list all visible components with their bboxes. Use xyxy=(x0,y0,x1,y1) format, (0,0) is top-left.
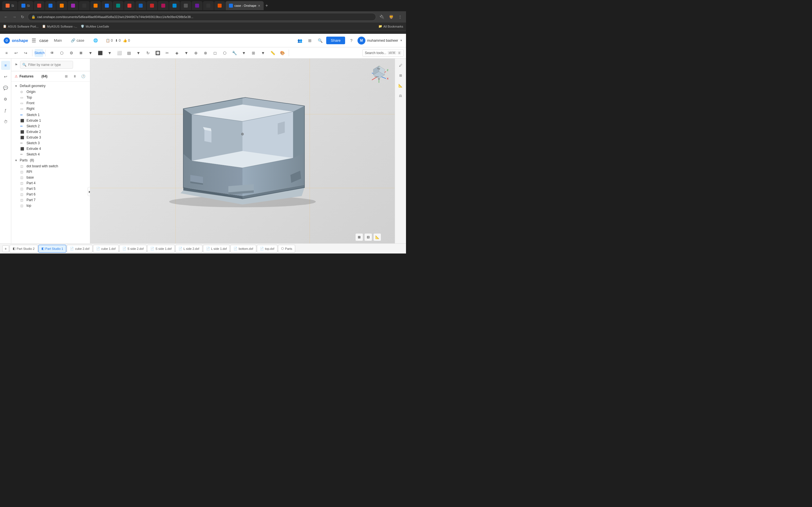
bottom-tab-topdxf[interactable]: 📄 top.dxf xyxy=(257,245,277,252)
tab-8[interactable] xyxy=(90,1,101,10)
toolbar-wireframe-btn[interactable]: ⬡ xyxy=(57,49,66,57)
tab-19[interactable] xyxy=(214,1,225,10)
sketch-button[interactable]: Sketch xyxy=(35,49,43,57)
toolbar-boolean-btn[interactable]: ⊕ xyxy=(192,49,200,57)
help-button[interactable]: ? xyxy=(347,37,355,45)
sketch2-item[interactable]: ✏ Sketch 2 xyxy=(11,123,90,129)
front-plane-item[interactable]: ▭ Front xyxy=(11,100,90,106)
doc-tab-globe[interactable]: 🌐 xyxy=(91,37,100,44)
bottom-tab-lside1dxf[interactable]: 📄 L side 1.dxf xyxy=(203,245,230,252)
toolbar-btn6[interactable]: ◈ xyxy=(172,49,181,57)
tab-3[interactable] xyxy=(34,1,45,10)
toolbar-btn9[interactable]: ⬡ xyxy=(220,49,229,57)
extensions-button[interactable]: 🔌 xyxy=(378,13,386,20)
toolbar-dropdown3[interactable]: ▼ xyxy=(134,49,143,57)
toolbar-undo-btn[interactable]: ↩ xyxy=(12,49,20,57)
top-part-item[interactable]: ◫ top xyxy=(11,203,90,209)
menu-button[interactable]: ⋮ xyxy=(397,13,403,20)
right-btn-2[interactable]: ⊞ xyxy=(396,71,405,80)
toolbar-measure-btn[interactable]: 📏 xyxy=(268,49,277,57)
filter-input[interactable] xyxy=(20,61,73,69)
tab-17[interactable] xyxy=(192,1,202,10)
bookmark-asus[interactable]: 📋 ASUS Software Port... xyxy=(3,24,39,28)
toolbar-list-btn[interactable]: ≡ xyxy=(2,49,11,57)
url-bar[interactable]: 🔒 cad.onshape.com/documents/5d6ea48ae804… xyxy=(28,13,376,21)
toolbar-section-btn[interactable]: ✂ xyxy=(163,49,171,57)
bottom-tab-ps2[interactable]: ◧ Part Studio 2 xyxy=(10,245,38,252)
tab-15[interactable] xyxy=(169,1,180,10)
toolbar-btn5[interactable]: 🔲 xyxy=(153,49,162,57)
toolbar-dropdown6[interactable]: ▼ xyxy=(259,49,267,57)
notifications-button[interactable]: 👥 xyxy=(296,37,304,45)
nav-cube[interactable]: Y Z X Top Front xyxy=(368,63,390,86)
doc-tab-link[interactable]: 🔗 case xyxy=(68,37,86,44)
extrude2-item[interactable]: ⬛ Extrude 2 xyxy=(11,129,90,135)
pause-feature-btn[interactable]: ⏸ xyxy=(71,73,78,80)
toolbar-dropdown4[interactable]: ▼ xyxy=(182,49,191,57)
toolbar-appearance-btn[interactable]: 🎨 xyxy=(278,49,287,57)
add-tab-button[interactable]: + xyxy=(2,245,9,252)
toolbar-shell-btn[interactable]: ⬜ xyxy=(115,49,123,57)
new-tab-button[interactable]: + xyxy=(264,2,269,9)
toolbar-dropdown2[interactable]: ▼ xyxy=(105,49,114,57)
toolbar-extrude-btn[interactable]: ⬛ xyxy=(96,49,104,57)
toolbar-view-btn[interactable]: 👁 xyxy=(48,49,56,57)
parts-section-header[interactable]: ▼ Parts (8) xyxy=(11,157,90,163)
default-geometry-header[interactable]: ▼ Default geometry xyxy=(11,83,90,89)
sketch3-item[interactable]: ✏ Sketch 3 xyxy=(11,140,90,146)
bottom-tab-bottomdxf[interactable]: 📄 bottom.dxf xyxy=(231,245,256,252)
search-global-button[interactable]: 🔍 xyxy=(316,37,324,45)
toolbar-btn7[interactable]: ⊗ xyxy=(201,49,210,57)
part7-item[interactable]: ◫ Part 7 xyxy=(11,197,90,203)
bookmark-mcafee[interactable]: 🛡️ McAfee LiveSafe xyxy=(81,24,109,28)
bookmark-myasus[interactable]: 📋 MyASUS Software -... xyxy=(42,24,77,28)
tab-12[interactable] xyxy=(135,1,146,10)
tab-7[interactable] xyxy=(79,1,90,10)
back-button[interactable]: ← xyxy=(3,13,9,20)
right-btn-4[interactable]: ⚖ xyxy=(396,91,405,100)
toolbar-btn8[interactable]: ◻ xyxy=(211,49,219,57)
toolbar-fillet-btn[interactable]: ▦ xyxy=(77,49,85,57)
bookmark-all[interactable]: 📁 All Bookmarks xyxy=(378,24,403,28)
tab-10[interactable] xyxy=(113,1,123,10)
bottom-tab-parts[interactable]: ⬡ Parts xyxy=(278,245,296,252)
measure-viewport-btn[interactable]: 📐 xyxy=(373,233,381,241)
tab-4[interactable] xyxy=(45,1,56,10)
reload-button[interactable]: ↻ xyxy=(20,13,26,20)
tab-11[interactable] xyxy=(124,1,135,10)
bottom-tab-sside2dxf[interactable]: 📄 S side 2.dxf xyxy=(119,245,147,252)
part6-item[interactable]: ◫ Part 6 xyxy=(11,191,90,197)
feature-tree-btn[interactable]: ≡ xyxy=(1,61,10,70)
tab-5[interactable] xyxy=(56,1,67,10)
tab-1[interactable]: Si xyxy=(2,1,17,10)
undo-list-btn[interactable]: ↩ xyxy=(1,72,10,81)
bottom-tab-cube1dxf[interactable]: 📄 cube 1.dxf xyxy=(93,245,119,252)
sketch4-item[interactable]: ✏ Sketch 4 xyxy=(11,152,90,157)
forward-button[interactable]: → xyxy=(11,13,17,20)
toolbar-btn3[interactable]: ⚙ xyxy=(67,49,75,57)
base-item[interactable]: ◫ base xyxy=(11,175,90,180)
right-btn-3[interactable]: 📐 xyxy=(396,81,405,90)
tab-14[interactable] xyxy=(158,1,168,10)
origin-item[interactable]: ⊙ Origin xyxy=(11,89,90,95)
collapse-panel-btn[interactable]: ▶ xyxy=(88,187,90,196)
tab-16[interactable] xyxy=(181,1,191,10)
add-feature-btn[interactable]: ⊞ xyxy=(63,73,70,80)
hamburger-button[interactable]: ☰ xyxy=(32,38,36,44)
toolbar-draft-btn[interactable]: 🔧 xyxy=(230,49,239,57)
tab-18[interactable] xyxy=(203,1,214,10)
search-tools-input[interactable]: Search tools... alt/⌘ c xyxy=(362,49,404,57)
part4-item[interactable]: ◫ Part 4 xyxy=(11,180,90,186)
zoom-in-btn[interactable]: ⊟ xyxy=(364,233,372,241)
extrude1-item[interactable]: ⬛ Extrude 1 xyxy=(11,118,90,123)
team-button[interactable]: ⊞ xyxy=(306,37,314,45)
doc-tab-main[interactable]: Main xyxy=(52,37,64,44)
toolbar-dropdown1[interactable]: ▼ xyxy=(86,49,95,57)
tab-9[interactable] xyxy=(101,1,112,10)
bottom-tab-lside2dxf[interactable]: 📄 L side 2.dxf xyxy=(175,245,202,252)
brave-rewards-button[interactable]: 🦁 xyxy=(388,13,395,20)
toolbar-dropdown5[interactable]: ▼ xyxy=(240,49,248,57)
toolbar-btn4[interactable]: ▤ xyxy=(124,49,133,57)
tab-13[interactable] xyxy=(147,1,157,10)
variables-btn[interactable]: ƒ xyxy=(1,106,10,115)
